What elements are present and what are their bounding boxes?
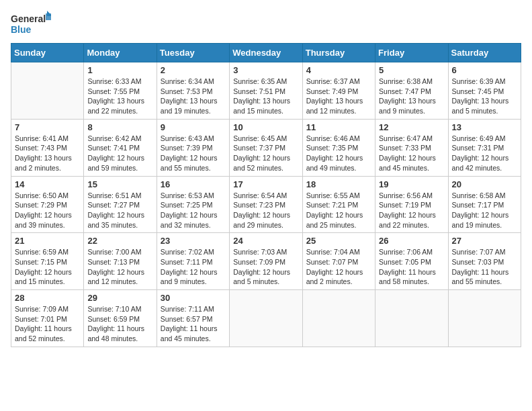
day-info: Sunrise: 6:47 AMSunset: 7:33 PMDaylight:…: [379, 134, 444, 173]
day-info: Sunrise: 6:54 AMSunset: 7:23 PMDaylight:…: [233, 191, 298, 230]
calendar-cell: 8Sunrise: 6:42 AMSunset: 7:41 PMDaylight…: [84, 119, 157, 176]
day-number: 24: [233, 236, 298, 246]
day-number: 9: [161, 122, 226, 132]
calendar-week-row: 1Sunrise: 6:33 AMSunset: 7:55 PMDaylight…: [11, 62, 521, 120]
day-number: 29: [87, 293, 152, 303]
day-info: Sunrise: 6:58 AMSunset: 7:17 PMDaylight:…: [452, 191, 517, 230]
day-info: Sunrise: 6:51 AMSunset: 7:27 PMDaylight:…: [87, 191, 152, 230]
day-number: 11: [306, 122, 371, 132]
day-number: 25: [306, 236, 371, 246]
col-header-tuesday: Tuesday: [157, 44, 229, 62]
calendar-cell: 2Sunrise: 6:34 AMSunset: 7:53 PMDaylight…: [157, 62, 229, 120]
calendar-week-row: 14Sunrise: 6:50 AMSunset: 7:29 PMDayligh…: [11, 176, 521, 233]
day-number: 7: [15, 122, 80, 132]
day-info: Sunrise: 7:04 AMSunset: 7:07 PMDaylight:…: [306, 247, 371, 287]
calendar-cell: 24Sunrise: 7:03 AMSunset: 7:09 PMDayligh…: [230, 233, 302, 290]
day-info: Sunrise: 6:45 AMSunset: 7:37 PMDaylight:…: [233, 134, 298, 173]
calendar-cell: 20Sunrise: 6:58 AMSunset: 7:17 PMDayligh…: [448, 176, 521, 233]
day-info: Sunrise: 7:07 AMSunset: 7:03 PMDaylight:…: [452, 247, 517, 287]
page-header: General Blue: [11, 11, 521, 38]
day-number: 14: [15, 179, 80, 189]
day-info: Sunrise: 6:39 AMSunset: 7:45 PMDaylight:…: [452, 77, 517, 116]
day-info: Sunrise: 6:49 AMSunset: 7:31 PMDaylight:…: [452, 134, 517, 173]
calendar-cell: 23Sunrise: 7:02 AMSunset: 7:11 PMDayligh…: [157, 233, 229, 290]
calendar-cell: 28Sunrise: 7:09 AMSunset: 7:01 PMDayligh…: [11, 290, 84, 347]
day-number: 6: [452, 65, 517, 75]
calendar-cell: 30Sunrise: 7:11 AMSunset: 6:57 PMDayligh…: [157, 290, 229, 347]
col-header-friday: Friday: [375, 44, 448, 62]
day-number: 18: [306, 179, 371, 189]
day-info: Sunrise: 6:42 AMSunset: 7:41 PMDaylight:…: [87, 134, 152, 173]
day-info: Sunrise: 6:59 AMSunset: 7:15 PMDaylight:…: [15, 247, 80, 287]
day-info: Sunrise: 6:37 AMSunset: 7:49 PMDaylight:…: [306, 77, 371, 116]
day-number: 27: [452, 236, 517, 246]
calendar-cell: 25Sunrise: 7:04 AMSunset: 7:07 PMDayligh…: [302, 233, 375, 290]
svg-text:Blue: Blue: [11, 24, 32, 35]
calendar-week-row: 28Sunrise: 7:09 AMSunset: 7:01 PMDayligh…: [11, 290, 521, 347]
day-info: Sunrise: 6:53 AMSunset: 7:25 PMDaylight:…: [161, 191, 226, 230]
day-info: Sunrise: 6:35 AMSunset: 7:51 PMDaylight:…: [233, 77, 298, 116]
day-number: 2: [161, 65, 226, 75]
day-number: 20: [452, 179, 517, 189]
day-info: Sunrise: 6:34 AMSunset: 7:53 PMDaylight:…: [161, 77, 226, 116]
calendar-cell: 18Sunrise: 6:55 AMSunset: 7:21 PMDayligh…: [302, 176, 375, 233]
day-info: Sunrise: 7:06 AMSunset: 7:05 PMDaylight:…: [379, 247, 444, 287]
calendar-cell: 15Sunrise: 6:51 AMSunset: 7:27 PMDayligh…: [84, 176, 157, 233]
calendar-week-row: 21Sunrise: 6:59 AMSunset: 7:15 PMDayligh…: [11, 233, 521, 290]
day-number: 26: [379, 236, 444, 246]
calendar-cell: 27Sunrise: 7:07 AMSunset: 7:03 PMDayligh…: [448, 233, 521, 290]
calendar-cell: [375, 290, 448, 347]
day-number: 30: [161, 293, 226, 303]
day-info: Sunrise: 6:33 AMSunset: 7:55 PMDaylight:…: [87, 77, 152, 116]
calendar-cell: [11, 62, 84, 120]
calendar-cell: 13Sunrise: 6:49 AMSunset: 7:31 PMDayligh…: [448, 119, 521, 176]
calendar-cell: 9Sunrise: 6:43 AMSunset: 7:39 PMDaylight…: [157, 119, 229, 176]
day-number: 5: [379, 65, 444, 75]
calendar-week-row: 7Sunrise: 6:41 AMSunset: 7:43 PMDaylight…: [11, 119, 521, 176]
calendar-cell: 22Sunrise: 7:00 AMSunset: 7:13 PMDayligh…: [84, 233, 157, 290]
day-info: Sunrise: 7:03 AMSunset: 7:09 PMDaylight:…: [233, 247, 298, 287]
col-header-sunday: Sunday: [11, 44, 84, 62]
col-header-thursday: Thursday: [302, 44, 375, 62]
day-info: Sunrise: 6:50 AMSunset: 7:29 PMDaylight:…: [15, 191, 80, 230]
day-info: Sunrise: 6:41 AMSunset: 7:43 PMDaylight:…: [15, 134, 80, 173]
day-info: Sunrise: 6:38 AMSunset: 7:47 PMDaylight:…: [379, 77, 444, 116]
day-number: 13: [452, 122, 517, 132]
calendar-cell: [448, 290, 521, 347]
calendar-cell: 21Sunrise: 6:59 AMSunset: 7:15 PMDayligh…: [11, 233, 84, 290]
calendar-table: SundayMondayTuesdayWednesdayThursdayFrid…: [11, 43, 521, 347]
calendar-cell: 1Sunrise: 6:33 AMSunset: 7:55 PMDaylight…: [84, 62, 157, 120]
logo-svg: General Blue: [11, 11, 51, 38]
day-number: 12: [379, 122, 444, 132]
day-number: 4: [306, 65, 371, 75]
day-info: Sunrise: 7:10 AMSunset: 6:59 PMDaylight:…: [87, 304, 152, 344]
day-number: 21: [15, 236, 80, 246]
day-info: Sunrise: 6:43 AMSunset: 7:39 PMDaylight:…: [161, 134, 226, 173]
day-info: Sunrise: 6:46 AMSunset: 7:35 PMDaylight:…: [306, 134, 371, 173]
day-info: Sunrise: 7:09 AMSunset: 7:01 PMDaylight:…: [15, 304, 80, 344]
calendar-cell: 17Sunrise: 6:54 AMSunset: 7:23 PMDayligh…: [230, 176, 302, 233]
day-number: 10: [233, 122, 298, 132]
day-info: Sunrise: 7:00 AMSunset: 7:13 PMDaylight:…: [87, 247, 152, 287]
calendar-cell: 7Sunrise: 6:41 AMSunset: 7:43 PMDaylight…: [11, 119, 84, 176]
day-number: 1: [87, 65, 152, 75]
calendar-cell: 11Sunrise: 6:46 AMSunset: 7:35 PMDayligh…: [302, 119, 375, 176]
calendar-cell: 29Sunrise: 7:10 AMSunset: 6:59 PMDayligh…: [84, 290, 157, 347]
day-number: 19: [379, 179, 444, 189]
svg-text:General: General: [11, 13, 46, 24]
day-info: Sunrise: 7:02 AMSunset: 7:11 PMDaylight:…: [161, 247, 226, 287]
calendar-cell: 26Sunrise: 7:06 AMSunset: 7:05 PMDayligh…: [375, 233, 448, 290]
calendar-cell: 19Sunrise: 6:56 AMSunset: 7:19 PMDayligh…: [375, 176, 448, 233]
calendar-cell: [230, 290, 302, 347]
calendar-cell: 16Sunrise: 6:53 AMSunset: 7:25 PMDayligh…: [157, 176, 229, 233]
day-number: 8: [87, 122, 152, 132]
col-header-wednesday: Wednesday: [230, 44, 302, 62]
col-header-monday: Monday: [84, 44, 157, 62]
day-number: 16: [161, 179, 226, 189]
day-number: 23: [161, 236, 226, 246]
calendar-header-row: SundayMondayTuesdayWednesdayThursdayFrid…: [11, 44, 521, 62]
calendar-cell: 4Sunrise: 6:37 AMSunset: 7:49 PMDaylight…: [302, 62, 375, 120]
calendar-cell: 5Sunrise: 6:38 AMSunset: 7:47 PMDaylight…: [375, 62, 448, 120]
calendar-cell: 14Sunrise: 6:50 AMSunset: 7:29 PMDayligh…: [11, 176, 84, 233]
calendar-cell: 3Sunrise: 6:35 AMSunset: 7:51 PMDaylight…: [230, 62, 302, 120]
